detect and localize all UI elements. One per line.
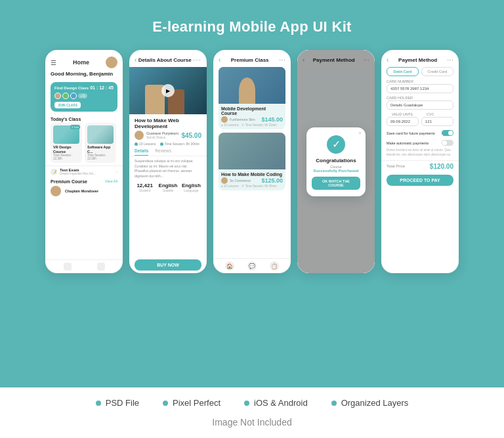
author-role: Social Status (146, 135, 178, 139)
find-design-card[interactable]: Find Design Class 01 : 12 : 45 +31 JOIN … (51, 82, 117, 112)
phone-congratulations: ‹ Payment Method ··· × ✓ Congratulations… (297, 50, 375, 273)
online-badge: 1 Live (70, 125, 80, 129)
arrow-icon: › (116, 169, 117, 174)
card-image-2 (87, 125, 114, 144)
class-cards-row: 1 Live VR Design Course Time Session : 1… (45, 123, 123, 163)
play-button[interactable]: ▶ (161, 84, 175, 97)
member-avatar (54, 93, 61, 99)
total-row: Total Price $120.00 (381, 160, 459, 172)
feature-psd: PSD File (96, 398, 139, 408)
bottom-bar: PSD File Pixel Perfect iOS & Android Org… (0, 387, 504, 438)
course-title: How to Make Web Development (129, 114, 207, 131)
lessons-stat-1: ● 10 Lessons (221, 123, 239, 127)
feature-layers: Organized Layers (331, 398, 409, 408)
back-button[interactable]: ‹ (387, 56, 388, 64)
tab-reviews[interactable]: Reviews (155, 148, 171, 156)
card-number-label: CARD NUMBER (381, 79, 459, 84)
valid-field[interactable]: 09.09.2022 (387, 117, 419, 126)
save-card-row: Save card for future payments (381, 129, 459, 137)
course-card-2[interactable]: How to Make Mobile Coding So Commerce $1… (219, 133, 285, 190)
feature-label-layers: Organized Layers (341, 398, 409, 408)
course-avatar-1 (221, 116, 228, 123)
card-holder-label: CARD HOLDER (381, 96, 459, 100)
course-title-1: Mobile Development Course (221, 106, 283, 116)
valid-label: VALID UNTIL (387, 112, 419, 117)
more-options-icon[interactable]: ··· (447, 55, 453, 64)
total-label: Total Price (387, 164, 405, 168)
course-price: $45.00 (181, 132, 201, 139)
bottom-nav (45, 259, 123, 273)
cvc-label: CVC (421, 112, 453, 117)
tab-details[interactable]: Details (135, 148, 148, 156)
phone-home: ☰ Home Good Morning, Benjamin Find Desig… (45, 50, 123, 273)
course-description: Suspendisse volutpat at mi orci volutpat… (129, 159, 207, 179)
test-icon: 📝 (51, 169, 57, 175)
nav-icon-2[interactable]: 💬 (247, 261, 257, 271)
card-holder-field[interactable]: Details Guadalupe (387, 100, 453, 110)
join-class-button[interactable]: JOIN CLASS (54, 102, 81, 108)
course-price-2: $125.00 (261, 177, 283, 184)
course-avatar-2 (221, 177, 228, 184)
premium-header: Premium Course View All (45, 177, 123, 186)
view-all-link[interactable]: View All (105, 179, 117, 184)
features-row: PSD File Pixel Perfect iOS & Android Org… (96, 398, 409, 408)
cvc-field[interactable]: 121 (421, 117, 453, 126)
auto-payment-label: Make automatic payments (387, 141, 429, 145)
member-avatar (70, 93, 77, 99)
save-card-toggle[interactable] (442, 130, 453, 136)
test-exam-row[interactable]: 📝 Test Exam Details Imperdiet Mus Am... … (45, 165, 123, 177)
feature-ios: iOS & Android (244, 398, 308, 408)
premium-title: Premium Course (51, 179, 87, 184)
time-stat-2: ⏱ Time Session: 8h 40min (242, 185, 277, 188)
modal-overlay: × ✓ Congratulations Course Successfully … (297, 50, 375, 273)
bottom-nav: 🏠 💬 📋 (213, 258, 291, 273)
class-card-2[interactable]: Software App C... Time Session : 12.30h (85, 123, 116, 163)
card-type-row: Debit Card Credit Card (381, 67, 459, 79)
feature-dot-psd (96, 401, 101, 406)
stat-language: English Language (181, 183, 201, 192)
congrats-sub2: Successfully Purchased (313, 169, 358, 173)
screen-title: Premium Class (231, 57, 269, 63)
course-info-2: How to Make Mobile Coding So Commerce $1… (219, 169, 285, 190)
watch-course-button[interactable]: OK WATCH THE COURSE (312, 177, 360, 190)
card-number-field[interactable]: 4357 5578 2987 1234 (387, 84, 453, 93)
feature-dot-layers (331, 401, 337, 406)
more-options-icon[interactable]: ··· (193, 55, 201, 64)
phones-row: ☰ Home Good Morning, Benjamin Find Desig… (39, 50, 465, 273)
auto-payment-row: Make automatic payments (381, 139, 459, 147)
auto-payment-toggle[interactable] (442, 140, 453, 146)
card-title-1: VR Design Course (53, 145, 79, 154)
back-button[interactable]: ‹ (135, 56, 136, 64)
back-button[interactable]: ‹ (219, 56, 220, 64)
congratulations-title: Congratulations (316, 158, 356, 164)
member-avatar (62, 93, 69, 99)
congratulations-modal: × ✓ Congratulations Course Successfully … (306, 127, 366, 196)
course-card-1[interactable]: Mobile Development Course Furthermore Sl… (219, 67, 285, 129)
debit-card-button[interactable]: Debit Card (387, 67, 419, 76)
class-card-1[interactable]: 1 Live VR Design Course Time Session : 1… (51, 123, 82, 163)
nav-icon-3[interactable]: 📋 (270, 261, 279, 271)
course-stats: 10 Lessons Time Session: 9h 20min (129, 142, 207, 148)
credit-card-button[interactable]: Credit Card (421, 67, 453, 76)
stat-subtitle: English Subtitle (158, 183, 178, 192)
card-sub-1: Time Session : 12.30h (53, 154, 79, 160)
phone-premium: ‹ Premium Class ··· Mobile Development C… (213, 50, 291, 273)
feature-label-ios: iOS & Android (254, 398, 308, 408)
nav-search-icon[interactable] (97, 263, 105, 271)
success-check-icon: ✓ (327, 135, 345, 154)
screen-title: Paymet Method (398, 57, 437, 63)
feature-label-psd: PSD File (106, 398, 139, 408)
course-hero-image: ▶ (129, 67, 207, 114)
course-author-1: Furthermore Slim (230, 118, 259, 121)
nav-icon-1[interactable]: 🏠 (225, 261, 234, 271)
proceed-to-pay-button[interactable]: PROCEED TO PAY (387, 175, 453, 186)
hamburger-icon[interactable]: ☰ (51, 59, 56, 66)
feature-label-pixel: Pixel Perfect (173, 398, 220, 408)
close-button[interactable]: × (358, 130, 362, 136)
phone-payment: ‹ Paymet Method ··· Debit Card Credit Ca… (381, 50, 459, 273)
more-options-icon[interactable]: ··· (279, 55, 285, 64)
nav-home-icon[interactable] (64, 263, 72, 271)
lessons-stat-2: ● 10 Lessons (221, 185, 239, 188)
buy-now-button[interactable]: BUY NOW (135, 259, 201, 271)
user-avatar (106, 56, 117, 68)
